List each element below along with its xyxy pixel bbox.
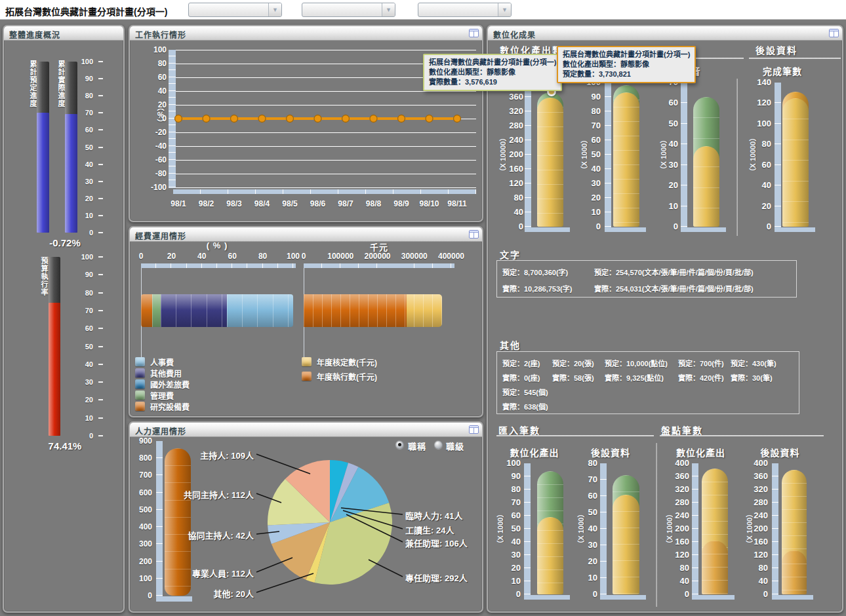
- panel-window-icon[interactable]: [469, 230, 479, 239]
- expense-segment-3[interactable]: [227, 294, 293, 327]
- actual-bar[interactable]: [613, 495, 639, 595]
- planned-bar[interactable]: [782, 98, 809, 227]
- chevron-down-icon[interactable]: ▼: [382, 3, 395, 16]
- expense-segment-0[interactable]: [141, 294, 152, 327]
- y-tick-label: 90: [68, 75, 93, 83]
- stats-cell: 預定：8,700,360(字): [502, 267, 594, 277]
- y-tick-label: -20: [139, 128, 167, 137]
- tooltip-line: 數位化產出類型：靜態影像: [563, 60, 690, 69]
- y-tick-label: 240: [660, 510, 689, 520]
- gauge-fill-planned[interactable]: [37, 113, 49, 233]
- y-tick-label: 80: [68, 92, 93, 100]
- y-tick-label: 80: [660, 563, 689, 573]
- y-tick-label: 100: [139, 45, 167, 54]
- tick-dash: [98, 256, 103, 258]
- y-tick-label: -40: [139, 142, 167, 151]
- stats-cell: 預定：254,570(文本/張/筆/冊/件/篇/個/份/頁/批/部): [594, 267, 754, 277]
- planned-bar[interactable]: [782, 550, 807, 595]
- y-tick-label: 10: [572, 207, 601, 217]
- x-tick-label: 98/11: [440, 199, 474, 208]
- legend-label: 其他費用: [150, 368, 182, 379]
- planned-bar[interactable]: [702, 541, 728, 595]
- panel-window-icon[interactable]: [469, 29, 479, 37]
- y-tick-label: 360: [660, 471, 689, 481]
- panel-title: 工作執行情形: [135, 29, 186, 40]
- actual-bar[interactable]: [537, 517, 563, 594]
- executed-amount-bar[interactable]: [304, 294, 407, 327]
- grid-line: [173, 160, 476, 161]
- tooltip-actual-quantity: 拓展台灣數位典藏計畫分項計畫(分項一) 數位化產出類型：靜態影像 實際數量：3,…: [423, 54, 562, 91]
- tick-dash: [98, 95, 103, 96]
- y-tick-label: 40: [492, 537, 521, 547]
- y-tick-label: 80: [492, 484, 521, 494]
- y-tick-label: 50: [569, 507, 597, 517]
- y-tick-label: 40: [649, 139, 678, 149]
- y-tick-label: 80: [494, 193, 523, 202]
- y-tick-label: 0: [742, 221, 771, 231]
- axis-base: [681, 227, 726, 232]
- y-tick-label: 40: [742, 180, 771, 190]
- grid-line: [173, 50, 476, 50]
- y-tick-label: 140: [742, 77, 771, 87]
- panel-overall-progress: 整體進度概況 累計預定進度 累計實際進度 -0.72% 預算執行率 74.41%…: [3, 25, 125, 613]
- y-tick-label: 70: [68, 109, 93, 117]
- filter-dropdown-2[interactable]: ▼: [302, 3, 395, 17]
- y-tick-label: 0: [492, 589, 521, 599]
- y-tick-label: 50: [68, 144, 93, 151]
- section-other: 其他: [500, 338, 521, 351]
- y-tick-label: 200: [739, 524, 768, 533]
- y-tick-label: 50: [572, 149, 601, 159]
- chevron-down-icon[interactable]: ▼: [268, 3, 281, 16]
- stats-cell: 實際：0(座): [502, 372, 552, 383]
- tick-dash: [98, 181, 103, 182]
- tick-dash: [98, 346, 103, 347]
- mini-chart-title: 數位化產出: [655, 446, 747, 459]
- y-tick-label: 80: [139, 59, 167, 68]
- panel-manpower-usage: 人力運用情形 職稱 職級 010020030040050060070080090…: [129, 421, 483, 613]
- pie-slice-label: 專業人員: 112人: [192, 567, 254, 579]
- filter-dropdown-3[interactable]: ▼: [418, 3, 512, 17]
- y-tick-label: 40: [494, 207, 523, 217]
- filter-dropdown-1[interactable]: ▼: [188, 3, 282, 17]
- y-tick-label: 0: [649, 221, 678, 231]
- tick-dash: [98, 147, 103, 148]
- actual-bar[interactable]: [693, 146, 719, 227]
- axis-unit-label: （X 10000）: [747, 125, 757, 184]
- stats-cell: 預定：430(筆): [731, 358, 776, 368]
- chevron-down-icon[interactable]: ▼: [498, 3, 511, 16]
- y-tick-label: 400: [660, 458, 689, 468]
- pie-slice-label: 其他: 20人: [214, 587, 254, 600]
- text-stats-row: 預定：8,700,360(字)預定：254,570(文本/張/筆/冊/件/篇/個…: [502, 267, 794, 277]
- actual-bar[interactable]: [537, 98, 563, 227]
- panel-window-icon[interactable]: [829, 29, 839, 37]
- other-stats-row: 預定：545(個): [502, 387, 796, 397]
- y-tick-label: 40: [572, 164, 601, 174]
- y-tick-label: 80: [739, 563, 768, 573]
- expense-segment-2[interactable]: [161, 294, 227, 327]
- y-tick-label: 100: [492, 458, 521, 468]
- actual-bar[interactable]: [613, 92, 639, 227]
- pie-slice-label: 兼任助理: 106人: [405, 537, 468, 549]
- tooltip-line: 預定數量：3,730,821: [563, 69, 690, 79]
- panel-expense-usage: 經費運用情形 ( % ) 千元 020406080100人事費其他費用國外差旅費…: [129, 226, 483, 417]
- y-tick-label: 20: [139, 100, 167, 109]
- y-tick-label: 100: [742, 119, 771, 128]
- legend-swatch: [302, 357, 312, 366]
- section-underline: [749, 58, 841, 59]
- expense-segment-1[interactable]: [152, 294, 161, 327]
- x-tick-label: 80: [250, 252, 276, 261]
- legend-swatch: [302, 372, 312, 381]
- y-tick-label: 20: [572, 193, 601, 202]
- gauge-fill-budget[interactable]: [49, 303, 60, 436]
- panel-title: 整體進度概況: [9, 29, 60, 40]
- y-tick-label: 30: [492, 550, 521, 560]
- y-tick-label: 20: [569, 556, 597, 566]
- stats-cell: 實際：9,325(點位): [605, 372, 678, 383]
- y-tick-label: 20: [68, 195, 93, 202]
- section-underline: [660, 435, 824, 436]
- stats-cell: 實際：254,031(文本/張/筆/冊/件/篇/個/份/頁/批/部): [594, 283, 754, 294]
- stats-cell: 預定：700(件): [678, 358, 731, 368]
- y-tick-label: 160: [494, 164, 523, 174]
- y-axis: [775, 83, 781, 227]
- legend-swatch: [135, 402, 145, 411]
